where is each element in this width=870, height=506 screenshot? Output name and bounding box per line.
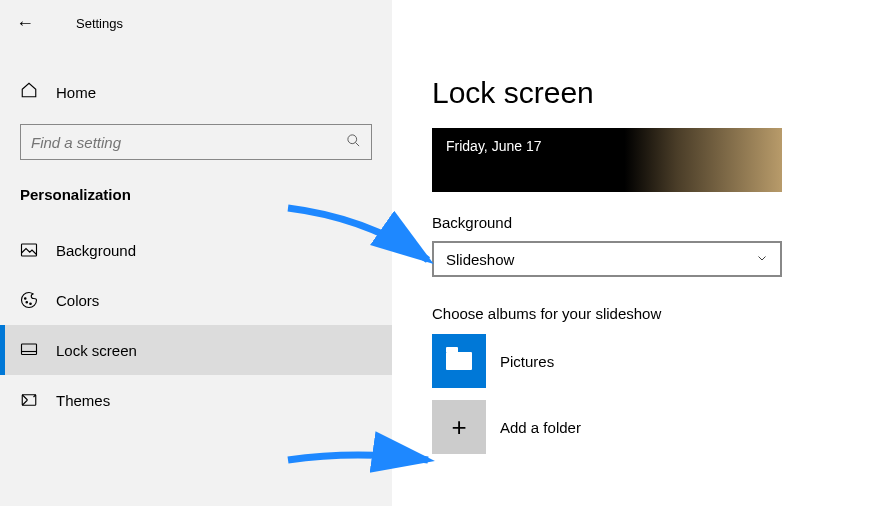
add-folder-label: Add a folder (500, 419, 581, 436)
svg-point-3 (25, 298, 27, 300)
chevron-down-icon (756, 252, 768, 267)
search-box[interactable] (20, 124, 372, 160)
preview-date: Friday, June 17 (446, 138, 541, 154)
nav-label: Lock screen (56, 342, 137, 359)
home-link[interactable]: Home (0, 70, 392, 114)
palette-icon (20, 291, 56, 309)
home-label: Home (56, 84, 96, 101)
section-header: Personalization (0, 160, 392, 211)
home-icon (20, 81, 56, 104)
image-icon (20, 241, 56, 259)
album-pictures[interactable]: Pictures (432, 334, 870, 388)
add-folder-button[interactable]: + Add a folder (432, 400, 870, 454)
titlebar: ← Settings (0, 0, 392, 46)
svg-line-1 (355, 142, 359, 146)
search-icon (346, 133, 361, 151)
svg-point-4 (26, 302, 28, 304)
app-title: Settings (76, 16, 123, 31)
nav-background[interactable]: Background (0, 225, 392, 275)
nav-lock-screen[interactable]: Lock screen (0, 325, 392, 375)
background-label: Background (432, 214, 870, 231)
back-icon[interactable]: ← (16, 13, 40, 34)
search-input[interactable] (31, 134, 346, 151)
lockscreen-preview: Friday, June 17 (432, 128, 782, 192)
page-title: Lock screen (432, 76, 870, 110)
main-content: Lock screen Friday, June 17 Background S… (392, 0, 870, 506)
nav-colors[interactable]: Colors (0, 275, 392, 325)
themes-icon (20, 391, 56, 409)
background-dropdown[interactable]: Slideshow (432, 241, 782, 277)
nav-themes[interactable]: Themes (0, 375, 392, 425)
svg-point-0 (348, 135, 357, 144)
nav-label: Background (56, 242, 136, 259)
nav-label: Colors (56, 292, 99, 309)
albums-label: Choose albums for your slideshow (432, 305, 870, 322)
svg-point-5 (30, 303, 32, 305)
plus-icon: + (432, 400, 486, 454)
svg-rect-6 (22, 344, 37, 355)
nav-label: Themes (56, 392, 110, 409)
dropdown-value: Slideshow (446, 251, 514, 268)
sidebar: ← Settings Home Personalization Backgrou… (0, 0, 392, 506)
lockscreen-icon (20, 341, 56, 359)
folder-icon (432, 334, 486, 388)
album-name: Pictures (500, 353, 554, 370)
nav-list: Background Colors Lock screen Themes (0, 225, 392, 425)
